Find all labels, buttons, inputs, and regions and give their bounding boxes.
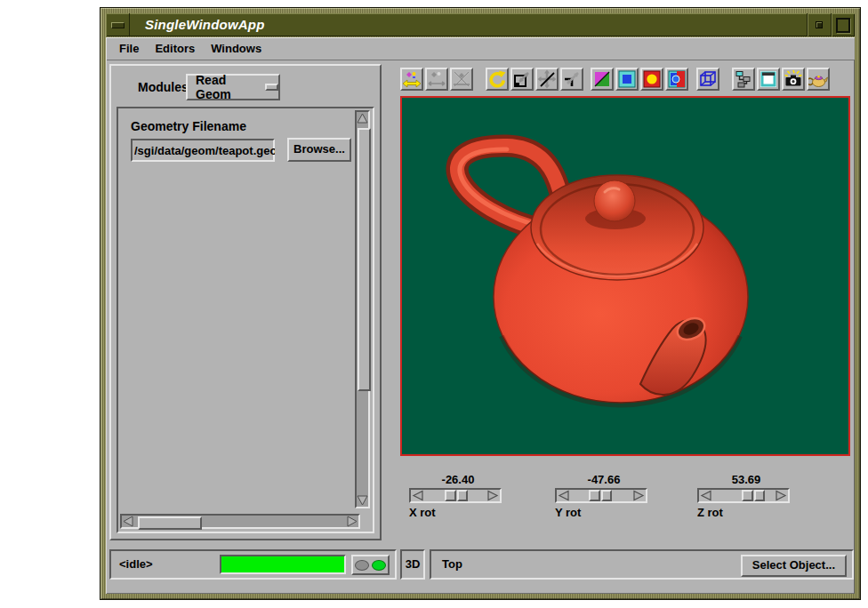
module-tree-button[interactable] [732, 68, 755, 91]
window-title: SingleWindowApp [130, 13, 807, 36]
view-name: Top [442, 557, 462, 571]
slider-left-icon[interactable] [412, 490, 424, 501]
menu-bar: File Editors Windows [106, 37, 855, 60]
modules-label: Modules [138, 80, 189, 94]
center-transform-icon [452, 69, 471, 89]
y-rot-slider[interactable] [555, 488, 647, 503]
scroll-left-icon[interactable] [123, 516, 134, 527]
teapot-demo-icon [808, 69, 828, 89]
normalize-transform-button[interactable] [425, 68, 448, 91]
filename-input[interactable] [133, 140, 277, 160]
maximize-icon [836, 18, 850, 33]
perspective-cube-button[interactable] [696, 68, 719, 91]
view-circle-icon [642, 69, 662, 89]
minimize-icon [816, 21, 823, 28]
translate-z-mode-icon [562, 69, 582, 89]
module-tree-icon [734, 69, 753, 89]
window-menu-icon [111, 22, 125, 28]
perspective-group [696, 68, 719, 91]
view-split-icon [667, 69, 687, 89]
snapshot-camera-button[interactable] [782, 68, 805, 91]
x-rot-thumb[interactable] [445, 490, 468, 501]
y-rot-thumb[interactable] [589, 490, 612, 501]
view-split-button[interactable] [665, 68, 688, 91]
window-menu-button[interactable] [106, 13, 130, 36]
translate-z-mode-button[interactable] [560, 68, 583, 91]
z-rot-slider-group: 53.69 Z rot [697, 473, 795, 519]
menu-file[interactable]: File [111, 38, 147, 60]
translate-mode-icon [537, 69, 557, 89]
minimize-button[interactable] [807, 13, 831, 36]
snapshot-camera-icon [784, 69, 803, 89]
mouse-mode-group [486, 68, 583, 91]
x-rot-label: X rot [409, 506, 507, 519]
dimension-mode-box[interactable]: 3D [400, 549, 425, 580]
slider-left-icon[interactable] [558, 490, 570, 501]
translate-mode-button[interactable] [535, 68, 559, 91]
slider-left-icon[interactable] [700, 490, 712, 501]
slider-right-icon[interactable] [775, 490, 787, 501]
filename-field-frame [131, 139, 275, 162]
status-frame: <idle> [109, 549, 397, 580]
rotate-mode-button[interactable] [486, 68, 509, 91]
axis-flip-icon [592, 69, 612, 89]
y-rot-slider-group: -47.66 Y rot [555, 473, 653, 519]
viewer-actions-group [732, 68, 830, 91]
run-indicator-button[interactable] [351, 555, 390, 575]
transform-tools-group [400, 68, 473, 91]
maximize-button[interactable] [831, 13, 855, 36]
led-off-icon [355, 560, 369, 571]
desktop: SingleWindowApp File Editors Windows Mod… [0, 0, 868, 608]
axis-flip-button[interactable] [591, 68, 614, 91]
x-rot-slider-group: -26.40 X rot [409, 473, 507, 519]
viewer-window-button[interactable] [757, 68, 780, 91]
scale-mode-button[interactable] [510, 68, 534, 91]
module-select-value: Read Geom [196, 73, 257, 101]
view-square-button[interactable] [615, 68, 639, 91]
x-rot-value: -26.40 [409, 473, 507, 487]
scroll-right-icon[interactable] [346, 516, 358, 527]
slider-right-icon[interactable] [486, 490, 499, 501]
option-menu-indicator-icon [265, 84, 278, 91]
y-rot-value: -47.66 [555, 473, 653, 487]
title-bar: SingleWindowApp [106, 13, 855, 36]
browse-button[interactable]: Browse... [287, 138, 351, 162]
menu-editors[interactable]: Editors [147, 38, 203, 60]
progress-bar [220, 555, 346, 574]
scroll-down-icon[interactable] [357, 494, 368, 506]
x-rot-slider[interactable] [409, 488, 502, 503]
y-rot-label: Y rot [555, 506, 653, 519]
normalize-transform-icon [427, 69, 446, 89]
view-info-frame: Top Select Object... [430, 549, 854, 580]
menu-windows[interactable]: Windows [203, 38, 269, 60]
teapot-demo-button[interactable] [807, 68, 830, 91]
center-transform-button[interactable] [450, 68, 473, 91]
view-preset-group [591, 68, 688, 91]
scroll-up-icon[interactable] [357, 113, 368, 124]
vertical-scrollbar[interactable] [355, 110, 370, 508]
z-rot-thumb[interactable] [742, 490, 765, 501]
reset-transform-icon [402, 69, 422, 89]
horizontal-scrollbar[interactable] [120, 514, 360, 529]
horizontal-scroll-thumb[interactable] [138, 516, 202, 530]
module-stack-panel: Geometry Filename Browse... [117, 107, 374, 533]
view-square-icon [617, 69, 637, 89]
view-circle-button[interactable] [640, 68, 663, 91]
led-on-icon [372, 560, 386, 571]
scale-mode-icon [512, 69, 532, 89]
module-panel: Modules Read Geom Geometry Filename Brow… [109, 64, 382, 540]
select-object-button[interactable]: Select Object... [741, 555, 847, 577]
geometry-filename-label: Geometry Filename [131, 119, 246, 133]
render-viewport[interactable] [400, 96, 850, 456]
reset-transform-button[interactable] [400, 68, 423, 91]
main-content: Modules Read Geom Geometry Filename Brow… [106, 60, 855, 594]
z-rot-value: 53.69 [697, 473, 795, 487]
z-rot-label: Z rot [697, 506, 795, 519]
viewer-toolbar [400, 68, 830, 91]
perspective-cube-icon [698, 69, 718, 89]
z-rot-slider[interactable] [697, 488, 790, 503]
module-select-dropdown[interactable]: Read Geom [186, 74, 280, 100]
vertical-scroll-thumb[interactable] [358, 128, 371, 391]
viewer-window-icon [759, 69, 778, 89]
slider-right-icon[interactable] [632, 490, 645, 501]
